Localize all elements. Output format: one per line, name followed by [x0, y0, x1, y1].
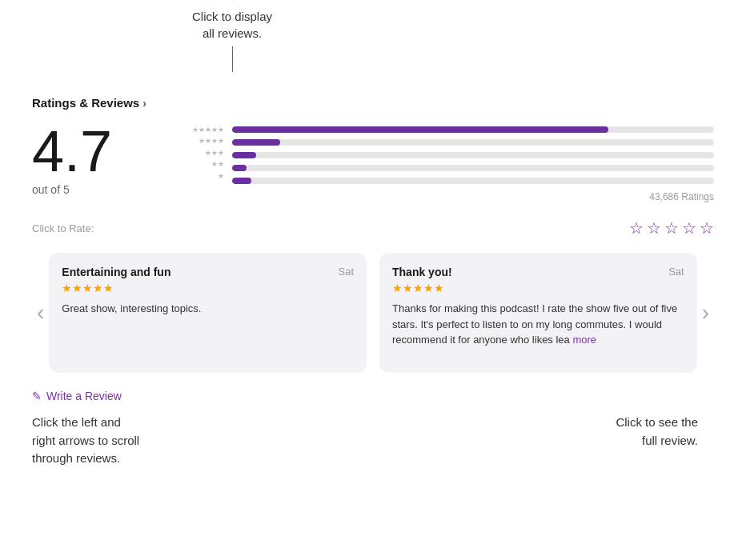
histogram-bar-row	[232, 124, 714, 135]
interactive-stars[interactable]: ☆ ☆ ☆ ☆ ☆	[629, 218, 714, 238]
histogram-bar-row	[232, 137, 714, 148]
review-card-header: Entertaining and funSat	[62, 266, 354, 278]
review-title: Entertaining and fun	[62, 266, 170, 278]
review-date: Sat	[668, 266, 684, 278]
review-stars: ★★★★★	[392, 282, 684, 294]
review-body: Great show, interesting topics.	[62, 301, 354, 317]
star-2[interactable]: ☆	[647, 218, 661, 238]
histogram-bar-row	[232, 162, 714, 174]
click-to-rate-row: Click to Rate: ☆ ☆ ☆ ☆ ☆	[32, 218, 714, 238]
star-3[interactable]: ☆	[664, 218, 679, 238]
click-to-rate-label: Click to Rate:	[32, 222, 94, 234]
ratings-reviews-header[interactable]: Ratings & Reviews ›	[32, 96, 714, 110]
review-body: Thanks for making this podcast! I rate t…	[392, 301, 684, 348]
reviews-cards-container: Entertaining and funSat★★★★★Great show, …	[49, 253, 696, 373]
star-histogram: ★★★★★ ★★★★ ★★★ ★★ ★ 43,686 Ratings	[192, 122, 714, 202]
star-cluster: ★★★★★ ★★★★ ★★★ ★★ ★	[192, 122, 224, 182]
annotation-bottom-right: Click to see the full review.	[616, 414, 714, 468]
right-arrow-button[interactable]: ›	[697, 249, 714, 377]
left-arrow-button[interactable]: ‹	[32, 249, 49, 377]
total-ratings-count: 43,686 Ratings	[232, 191, 714, 202]
histogram-bar-row	[232, 150, 714, 161]
star-1[interactable]: ☆	[629, 218, 644, 238]
review-title: Thank you!	[392, 266, 452, 278]
histogram-bars: 43,686 Ratings	[232, 122, 714, 202]
annotation-bottom-left: Click the left and right arrows to scrol…	[32, 414, 139, 468]
write-review-label: Write a Review	[46, 390, 122, 402]
rating-score: 4.7	[32, 122, 112, 180]
rating-summary: 4.7 out of 5 ★★★★★ ★★★★ ★★★ ★★ ★ 43,686 …	[32, 122, 714, 202]
right-arrow-icon: ›	[702, 300, 709, 326]
review-stars: ★★★★★	[62, 282, 354, 294]
review-more-link[interactable]: more	[572, 334, 596, 346]
big-rating-block: 4.7 out of 5	[32, 122, 160, 196]
star-5[interactable]: ☆	[700, 218, 714, 238]
left-arrow-icon: ‹	[37, 300, 44, 326]
rating-out-of: out of 5	[32, 183, 70, 196]
review-card: Entertaining and funSat★★★★★Great show, …	[49, 253, 367, 373]
ratings-reviews-title: Ratings & Reviews	[32, 96, 139, 110]
histogram-bar-row	[232, 175, 714, 186]
chevron-icon: ›	[142, 97, 146, 110]
star-4[interactable]: ☆	[682, 218, 696, 238]
review-card-header: Thank you!Sat	[392, 266, 684, 278]
reviews-carousel: ‹ Entertaining and funSat★★★★★Great show…	[32, 249, 714, 377]
review-card: Thank you!Sat★★★★★Thanks for making this…	[379, 253, 697, 373]
write-review-link[interactable]: ✎ Write a Review	[32, 390, 714, 402]
write-review-icon: ✎	[32, 390, 42, 402]
review-date: Sat	[338, 266, 354, 278]
